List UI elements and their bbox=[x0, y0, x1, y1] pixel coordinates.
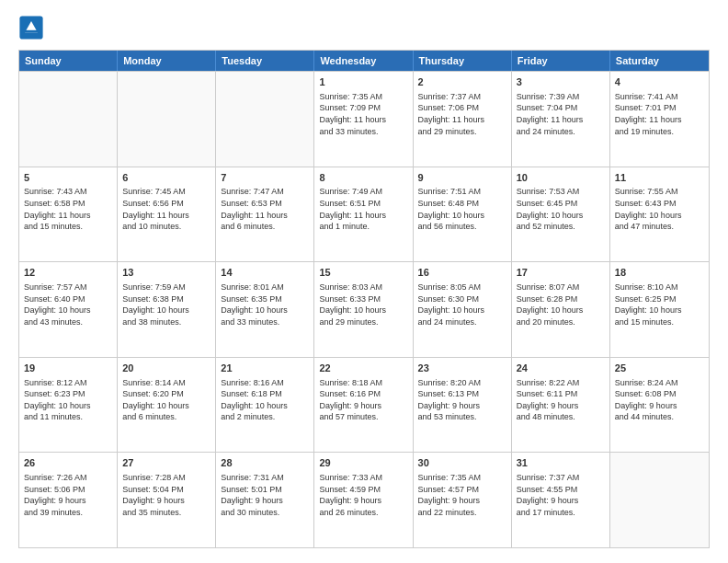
day-number: 9 bbox=[418, 171, 506, 185]
day-number: 5 bbox=[24, 171, 112, 185]
day-info: Sunrise: 7:53 AM Sunset: 6:45 PM Dayligh… bbox=[517, 186, 605, 232]
calendar-cell: 24Sunrise: 8:22 AM Sunset: 6:11 PM Dayli… bbox=[512, 358, 610, 453]
header bbox=[18, 15, 710, 40]
day-info: Sunrise: 7:26 AM Sunset: 5:06 PM Dayligh… bbox=[24, 472, 112, 518]
day-info: Sunrise: 8:20 AM Sunset: 6:13 PM Dayligh… bbox=[418, 377, 506, 423]
day-info: Sunrise: 8:18 AM Sunset: 6:16 PM Dayligh… bbox=[319, 377, 407, 423]
calendar-cell: 26Sunrise: 7:26 AM Sunset: 5:06 PM Dayli… bbox=[19, 453, 118, 547]
calendar-cell: 7Sunrise: 7:47 AM Sunset: 6:53 PM Daylig… bbox=[216, 167, 314, 262]
day-number: 30 bbox=[418, 456, 506, 470]
calendar-cell: 5Sunrise: 7:43 AM Sunset: 6:58 PM Daylig… bbox=[19, 167, 118, 262]
calendar-cell: 29Sunrise: 7:33 AM Sunset: 4:59 PM Dayli… bbox=[314, 453, 413, 547]
calendar-row-3: 12Sunrise: 7:57 AM Sunset: 6:40 PM Dayli… bbox=[19, 261, 709, 357]
calendar-cell: 17Sunrise: 8:07 AM Sunset: 6:28 PM Dayli… bbox=[512, 262, 610, 357]
day-info: Sunrise: 7:45 AM Sunset: 6:56 PM Dayligh… bbox=[122, 186, 210, 232]
calendar-cell bbox=[216, 72, 314, 167]
day-number: 23 bbox=[418, 362, 506, 375]
calendar-cell: 15Sunrise: 8:03 AM Sunset: 6:33 PM Dayli… bbox=[314, 262, 413, 357]
calendar-cell: 3Sunrise: 7:39 AM Sunset: 7:04 PM Daylig… bbox=[512, 72, 610, 167]
calendar-cell: 25Sunrise: 8:24 AM Sunset: 6:08 PM Dayli… bbox=[610, 358, 709, 453]
calendar-row-2: 5Sunrise: 7:43 AM Sunset: 6:58 PM Daylig… bbox=[19, 167, 709, 262]
calendar-cell bbox=[610, 453, 709, 547]
day-info: Sunrise: 7:51 AM Sunset: 6:48 PM Dayligh… bbox=[418, 186, 506, 232]
calendar-cell: 22Sunrise: 8:18 AM Sunset: 6:16 PM Dayli… bbox=[314, 358, 413, 453]
day-number: 16 bbox=[418, 266, 506, 280]
calendar-cell: 19Sunrise: 8:12 AM Sunset: 6:23 PM Dayli… bbox=[19, 358, 118, 453]
calendar-cell: 28Sunrise: 7:31 AM Sunset: 5:01 PM Dayli… bbox=[216, 453, 314, 547]
calendar-cell: 1Sunrise: 7:35 AM Sunset: 7:09 PM Daylig… bbox=[314, 72, 413, 167]
calendar-row-1: 1Sunrise: 7:35 AM Sunset: 7:09 PM Daylig… bbox=[19, 71, 709, 167]
day-info: Sunrise: 7:49 AM Sunset: 6:51 PM Dayligh… bbox=[319, 186, 407, 232]
calendar-cell: 13Sunrise: 7:59 AM Sunset: 6:38 PM Dayli… bbox=[118, 262, 216, 357]
day-info: Sunrise: 7:37 AM Sunset: 4:55 PM Dayligh… bbox=[517, 472, 605, 518]
calendar-row-5: 26Sunrise: 7:26 AM Sunset: 5:06 PM Dayli… bbox=[19, 452, 709, 547]
day-info: Sunrise: 8:16 AM Sunset: 6:18 PM Dayligh… bbox=[221, 377, 309, 423]
calendar-cell: 14Sunrise: 8:01 AM Sunset: 6:35 PM Dayli… bbox=[216, 262, 314, 357]
day-number: 20 bbox=[122, 362, 210, 375]
day-info: Sunrise: 8:10 AM Sunset: 6:25 PM Dayligh… bbox=[615, 282, 704, 327]
calendar-cell: 4Sunrise: 7:41 AM Sunset: 7:01 PM Daylig… bbox=[610, 72, 709, 167]
cal-header-tuesday: Tuesday bbox=[216, 51, 314, 71]
calendar-cell: 30Sunrise: 7:35 AM Sunset: 4:57 PM Dayli… bbox=[414, 453, 512, 547]
cal-header-friday: Friday bbox=[512, 51, 610, 71]
day-info: Sunrise: 8:01 AM Sunset: 6:35 PM Dayligh… bbox=[221, 282, 309, 327]
day-number: 10 bbox=[517, 171, 605, 185]
day-number: 22 bbox=[319, 362, 407, 375]
calendar-header-row: SundayMondayTuesdayWednesdayThursdayFrid… bbox=[19, 51, 709, 71]
day-number: 15 bbox=[319, 266, 407, 280]
day-info: Sunrise: 7:57 AM Sunset: 6:40 PM Dayligh… bbox=[24, 282, 112, 327]
day-info: Sunrise: 7:28 AM Sunset: 5:04 PM Dayligh… bbox=[122, 472, 210, 518]
calendar: SundayMondayTuesdayWednesdayThursdayFrid… bbox=[18, 50, 710, 548]
calendar-cell: 23Sunrise: 8:20 AM Sunset: 6:13 PM Dayli… bbox=[414, 358, 512, 453]
calendar-cell: 18Sunrise: 8:10 AM Sunset: 6:25 PM Dayli… bbox=[610, 262, 709, 357]
day-info: Sunrise: 7:35 AM Sunset: 7:09 PM Dayligh… bbox=[319, 91, 407, 137]
day-number: 7 bbox=[221, 171, 309, 185]
day-number: 29 bbox=[319, 456, 407, 470]
calendar-cell: 10Sunrise: 7:53 AM Sunset: 6:45 PM Dayli… bbox=[512, 167, 610, 262]
day-info: Sunrise: 8:03 AM Sunset: 6:33 PM Dayligh… bbox=[319, 282, 407, 327]
day-number: 18 bbox=[615, 266, 704, 280]
calendar-cell: 31Sunrise: 7:37 AM Sunset: 4:55 PM Dayli… bbox=[512, 453, 610, 547]
calendar-cell bbox=[19, 72, 118, 167]
day-number: 13 bbox=[122, 266, 210, 280]
calendar-cell: 27Sunrise: 7:28 AM Sunset: 5:04 PM Dayli… bbox=[118, 453, 216, 547]
day-number: 25 bbox=[615, 362, 704, 375]
day-info: Sunrise: 7:47 AM Sunset: 6:53 PM Dayligh… bbox=[221, 186, 309, 232]
day-info: Sunrise: 8:12 AM Sunset: 6:23 PM Dayligh… bbox=[24, 377, 112, 423]
day-info: Sunrise: 7:35 AM Sunset: 4:57 PM Dayligh… bbox=[418, 472, 506, 518]
day-number: 1 bbox=[319, 75, 407, 89]
day-info: Sunrise: 8:24 AM Sunset: 6:08 PM Dayligh… bbox=[615, 377, 704, 423]
day-info: Sunrise: 7:37 AM Sunset: 7:06 PM Dayligh… bbox=[418, 91, 506, 137]
cal-header-thursday: Thursday bbox=[414, 51, 512, 71]
day-number: 26 bbox=[24, 456, 112, 470]
day-info: Sunrise: 8:22 AM Sunset: 6:11 PM Dayligh… bbox=[517, 377, 605, 423]
calendar-cell: 9Sunrise: 7:51 AM Sunset: 6:48 PM Daylig… bbox=[414, 167, 512, 262]
calendar-body: 1Sunrise: 7:35 AM Sunset: 7:09 PM Daylig… bbox=[19, 71, 709, 547]
day-info: Sunrise: 7:41 AM Sunset: 7:01 PM Dayligh… bbox=[615, 91, 704, 137]
cal-header-saturday: Saturday bbox=[610, 51, 709, 71]
cal-header-sunday: Sunday bbox=[19, 51, 118, 71]
calendar-cell: 21Sunrise: 8:16 AM Sunset: 6:18 PM Dayli… bbox=[216, 358, 314, 453]
day-number: 31 bbox=[517, 456, 605, 470]
calendar-cell bbox=[118, 72, 216, 167]
day-info: Sunrise: 7:31 AM Sunset: 5:01 PM Dayligh… bbox=[221, 472, 309, 518]
day-info: Sunrise: 7:43 AM Sunset: 6:58 PM Dayligh… bbox=[24, 186, 112, 232]
day-number: 28 bbox=[221, 456, 309, 470]
svg-rect-2 bbox=[25, 30, 38, 33]
day-number: 6 bbox=[122, 171, 210, 185]
cal-header-wednesday: Wednesday bbox=[314, 51, 413, 71]
calendar-cell: 8Sunrise: 7:49 AM Sunset: 6:51 PM Daylig… bbox=[314, 167, 413, 262]
day-number: 11 bbox=[615, 171, 704, 185]
calendar-row-4: 19Sunrise: 8:12 AM Sunset: 6:23 PM Dayli… bbox=[19, 357, 709, 453]
day-info: Sunrise: 8:07 AM Sunset: 6:28 PM Dayligh… bbox=[517, 282, 605, 327]
day-number: 3 bbox=[517, 75, 605, 89]
day-number: 12 bbox=[24, 266, 112, 280]
calendar-cell: 12Sunrise: 7:57 AM Sunset: 6:40 PM Dayli… bbox=[19, 262, 118, 357]
day-info: Sunrise: 8:14 AM Sunset: 6:20 PM Dayligh… bbox=[122, 377, 210, 423]
calendar-cell: 20Sunrise: 8:14 AM Sunset: 6:20 PM Dayli… bbox=[118, 358, 216, 453]
page: SundayMondayTuesdayWednesdayThursdayFrid… bbox=[0, 0, 728, 563]
logo bbox=[18, 15, 48, 40]
day-info: Sunrise: 7:33 AM Sunset: 4:59 PM Dayligh… bbox=[319, 472, 407, 518]
day-number: 19 bbox=[24, 362, 112, 375]
cal-header-monday: Monday bbox=[118, 51, 216, 71]
